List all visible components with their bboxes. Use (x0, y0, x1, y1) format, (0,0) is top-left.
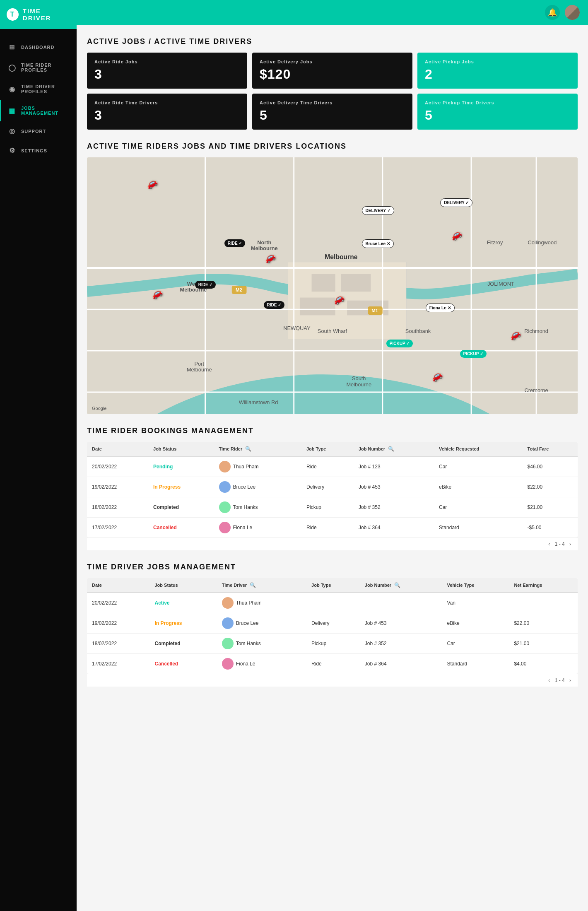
map-pin-ride-2[interactable]: RIDE ✓ (195, 281, 216, 289)
notification-bell[interactable]: 🔔 (545, 5, 560, 20)
sidebar-item-label: Dashboard (21, 45, 55, 50)
cell-status: Cancelled (148, 518, 214, 538)
drivers-section: Time Driver Jobs Management Date Job Sta… (87, 563, 578, 687)
map-pin-ride-1[interactable]: RIDE ✓ (224, 239, 246, 247)
sidebar-logo: T TIME DRIVER ☰ (0, 0, 77, 29)
col-date-2: Date (87, 578, 149, 593)
cell-vehicle: Car (434, 497, 522, 518)
col-rider: Time Rider 🔍 (214, 442, 301, 456)
map-container[interactable]: M1 M2 North Melbourne West Melbourne Mel… (87, 157, 578, 414)
sidebar-item-dashboard[interactable]: ⊞ Dashboard (0, 37, 77, 57)
stat-label-ride-drivers: Active Ride Time Drivers (94, 100, 240, 105)
map-background: M1 M2 North Melbourne West Melbourne Mel… (87, 157, 578, 414)
cell-fare: $46.00 (523, 456, 578, 477)
svg-text:M1: M1 (371, 308, 378, 313)
table-row: 20/02/2022 Pending Thua Pham Ride Job # … (87, 456, 578, 477)
svg-rect-4 (341, 274, 371, 292)
sidebar-item-support[interactable]: ◎ Support (0, 121, 77, 141)
cell-date: 20/02/2022 (87, 456, 148, 477)
cell-jobtype: Pickup (301, 497, 354, 518)
cell-vehicletype: Car (442, 634, 509, 654)
table-row: 19/02/2022 In Progress Bruce Lee Deliver… (87, 613, 578, 634)
jobnumber-search-icon-2[interactable]: 🔍 (394, 582, 400, 588)
page-title: Active Jobs / Active Time Drivers (87, 37, 578, 46)
stat-label-delivery-drivers: Active Delivery Time Drivers (260, 100, 405, 105)
stat-value-delivery-drivers: 5 (260, 108, 405, 123)
cell-rider: Thua Pham (214, 456, 301, 477)
sidebar-item-settings[interactable]: ⚙ Settings (0, 141, 77, 160)
bookings-pagination: ‹ 1 - 4 › (87, 537, 578, 550)
col-fare: Total Fare (523, 442, 578, 456)
svg-text:Southbank: Southbank (405, 328, 431, 334)
sidebar-nav: ⊞ Dashboard ◯ Time Rider Profiles ◉ Time… (0, 37, 77, 911)
cell-status: Active (149, 593, 217, 613)
next-page-btn[interactable]: › (569, 541, 571, 547)
cell-jobnumber: Job # 364 (360, 654, 442, 674)
stat-value-delivery-jobs: $120 (260, 67, 405, 82)
svg-text:JOLIMONT: JOLIMONT (487, 281, 514, 287)
cell-fare: -$5.00 (523, 518, 578, 538)
drivers-pagination: ‹ 1 - 4 › (87, 674, 578, 687)
cell-driver: Bruce Lee (217, 613, 306, 634)
map-pin-bruce-lee[interactable]: Bruce Lee ✕ (362, 239, 394, 248)
map-pin-delivery-1[interactable]: DELIVERY ✓ (362, 206, 394, 215)
next-page-btn-2[interactable]: › (569, 677, 571, 683)
bookings-title: Time Rider Bookings Management (87, 427, 578, 435)
stat-card-ride-jobs: Active Ride Jobs 3 (87, 53, 247, 89)
cell-rider: Tom Hanks (214, 497, 301, 518)
cell-fare: $21.00 (523, 497, 578, 518)
map-pin-pickup-2[interactable]: PICKUP ✓ (460, 350, 487, 358)
dashboard-icon: ⊞ (8, 43, 16, 51)
cell-vehicletype: Standard (442, 654, 509, 674)
driver-search-icon[interactable]: 🔍 (250, 582, 256, 588)
app-name: TIME DRIVER (23, 7, 70, 22)
cell-jobtype: Delivery (301, 477, 354, 497)
jobnumber-search-icon-1[interactable]: 🔍 (388, 446, 394, 452)
cell-status: Pending (148, 456, 214, 477)
svg-text:North: North (257, 239, 271, 246)
table-row: 20/02/2022 Active Thua Pham Van (87, 593, 578, 613)
sidebar-item-time-rider-profiles[interactable]: ◯ Time Rider Profiles (0, 57, 77, 78)
map-pin-delivery-2[interactable]: DELIVERY ✓ (440, 198, 472, 207)
col-vehicletype: Vehicle Type (442, 578, 509, 593)
stat-card-pickup-jobs: Active Pickup Jobs 2 (417, 53, 578, 89)
logo-icon: T (7, 8, 19, 21)
stat-card-delivery-drivers: Active Delivery Time Drivers 5 (252, 94, 412, 130)
cell-date: 19/02/2022 (87, 613, 149, 634)
table-row: 18/02/2022 Completed Tom Hanks Pickup Jo… (87, 634, 578, 654)
sidebar-item-time-driver-profiles[interactable]: ◉ Time Driver Profiles (0, 78, 77, 100)
cell-jobtype: Pickup (306, 634, 360, 654)
stat-card-ride-drivers: Active Ride Time Drivers 3 (87, 94, 247, 130)
map-pin-fiona-le[interactable]: Fiona Le ✕ (426, 304, 455, 312)
svg-text:Melbourne: Melbourne (187, 366, 212, 373)
cell-status: Completed (149, 634, 217, 654)
prev-page-btn-2[interactable]: ‹ (548, 677, 550, 683)
map-pin-ride-3[interactable]: RIDE ✓ (264, 301, 285, 309)
svg-text:Fitzroy: Fitzroy (487, 239, 503, 246)
stats-row-2: Active Ride Time Drivers 3 Active Delive… (87, 94, 578, 130)
col-driver: Time Driver 🔍 (217, 578, 306, 593)
table-row: 18/02/2022 Completed Tom Hanks Pickup Jo… (87, 497, 578, 518)
avatar-image (565, 5, 580, 20)
map-pin-pickup-1[interactable]: PICKUP ✓ (386, 340, 413, 347)
map-google-label: Google (92, 406, 106, 411)
pagination-label: 1 - 4 (555, 541, 565, 547)
cell-vehicle: Standard (434, 518, 522, 538)
rider-search-icon[interactable]: 🔍 (245, 446, 251, 452)
sidebar-item-jobs-management[interactable]: ▦ Jobs Management (0, 100, 77, 121)
cell-earnings (509, 593, 578, 613)
col-earnings: Net Earnings (509, 578, 578, 593)
drivers-title: Time Driver Jobs Management (87, 563, 578, 571)
col-vehicle-1: Vehicle Requested (434, 442, 522, 456)
user-avatar[interactable] (565, 5, 580, 20)
cell-jobtype: Ride (306, 654, 360, 674)
cell-vehicletype: eBike (442, 613, 509, 634)
prev-page-btn[interactable]: ‹ (548, 541, 550, 547)
sidebar: T TIME DRIVER ☰ ⊞ Dashboard ◯ Time Rider… (0, 0, 77, 911)
cell-jobnumber: Job # 364 (354, 518, 434, 538)
stat-label-pickup-jobs: Active Pickup Jobs (425, 59, 570, 64)
cell-rider: Bruce Lee (214, 477, 301, 497)
cell-jobnumber: Job # 352 (354, 497, 434, 518)
cell-earnings: $22.00 (509, 613, 578, 634)
bookings-section: Time Rider Bookings Management Date Job … (87, 427, 578, 550)
